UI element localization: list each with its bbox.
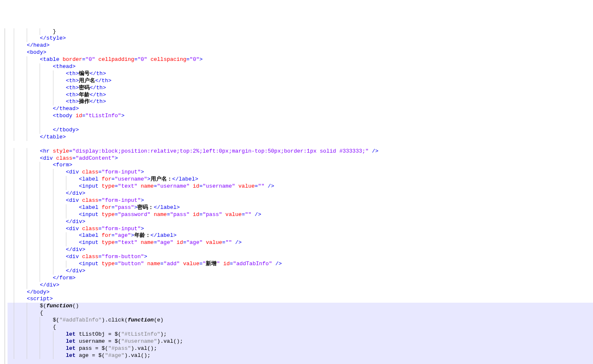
code-line[interactable]: <th>年龄</th> [8, 92, 593, 99]
indent-guide [53, 183, 66, 190]
indent-guide [40, 105, 53, 113]
indent-guide [14, 275, 27, 282]
code-line[interactable]: <body> [8, 49, 593, 56]
code-line[interactable]: <th>密码</th> [8, 85, 593, 92]
code-token: cellpadding [98, 56, 134, 63]
code-token: = [242, 211, 245, 218]
code-token: 年龄： [134, 232, 151, 238]
code-token: value [206, 239, 222, 246]
code-token: class [82, 197, 98, 203]
code-line[interactable]: <input type="password" name="pass" id="p… [8, 211, 593, 218]
code-line[interactable]: <th>操作</th> [8, 98, 593, 105]
indent-guide [53, 197, 66, 204]
code-token: <div [66, 254, 82, 260]
code-token: > [121, 113, 124, 119]
code-line[interactable]: </div> [8, 246, 593, 254]
indent-guide [14, 211, 27, 218]
code-line[interactable]: <script> [8, 296, 593, 303]
indent-guide [14, 324, 27, 331]
code-line[interactable]: <input type="text" name="age" id="age" v… [8, 239, 593, 246]
code-line[interactable]: </body> [8, 289, 593, 296]
code-line[interactable]: let pass = $("#pass").val(); [8, 345, 593, 352]
code-token: let [66, 331, 76, 337]
code-token: /> [252, 211, 261, 218]
indent-guide [53, 261, 66, 268]
code-token: <div [66, 197, 82, 203]
code-token: "0" [137, 56, 147, 63]
code-line[interactable]: <form> [8, 162, 593, 169]
code-token: "username" [202, 183, 235, 189]
indent-guide [27, 78, 40, 85]
indent-guide [27, 303, 40, 310]
indent-guide [40, 232, 53, 239]
code-line[interactable] [8, 359, 593, 364]
code-line[interactable]: { [8, 310, 593, 317]
code-line[interactable]: <label for="pass">密码：</label> [8, 204, 593, 211]
code-line[interactable]: $(function() [8, 303, 593, 310]
code-line[interactable]: <label for="age">年龄：</label> [8, 232, 593, 239]
indent-guide [40, 169, 53, 176]
indent-guide [14, 289, 27, 296]
code-line[interactable]: </head> [8, 42, 593, 49]
indent-guide [40, 204, 53, 211]
code-token: <input [79, 183, 102, 189]
indent-guide [27, 282, 40, 289]
code-line[interactable]: let username = $("#username").val(); [8, 338, 593, 345]
code-token: /> [368, 148, 378, 154]
code-token: cellspacing [151, 56, 187, 63]
code-line[interactable]: <div class="form-input"> [8, 197, 593, 204]
code-line[interactable]: <th>编号</th> [8, 70, 593, 78]
code-token: </div> [66, 218, 86, 225]
code-line[interactable]: <th>用户名</th> [8, 78, 593, 85]
code-token: </label> [151, 232, 177, 238]
code-line[interactable]: <div class="form-input"> [8, 226, 593, 233]
code-token: ).val(); [131, 345, 157, 351]
code-line[interactable]: <tbody id="tListInfo"> [8, 113, 593, 120]
code-line[interactable]: </style> [8, 35, 593, 42]
code-line[interactable]: <table border="0" cellpadding="0" cellsp… [8, 56, 593, 63]
code-line[interactable]: } [8, 28, 593, 35]
code-line[interactable]: </div> [8, 218, 593, 226]
indent-guide [40, 176, 53, 183]
code-token: </head> [27, 42, 50, 48]
code-token: <div [40, 155, 56, 161]
code-token: /> [272, 261, 282, 267]
code-line[interactable]: </div> [8, 282, 593, 289]
indent-guide [53, 218, 66, 226]
code-token: name [141, 239, 154, 246]
indent-guide [27, 190, 40, 197]
code-line[interactable]: <div class="addContent"> [8, 155, 593, 162]
indent-guide [14, 204, 27, 211]
indent-guide [40, 338, 53, 345]
code-line[interactable]: </tbody> [8, 127, 593, 134]
code-line[interactable]: <input type="text" name="username" id="u… [8, 183, 593, 190]
indent-guide [14, 282, 27, 289]
indent-guide [66, 176, 79, 183]
code-line[interactable]: </div> [8, 190, 593, 197]
code-line[interactable]: </table> [8, 134, 593, 141]
code-token [180, 261, 183, 267]
code-token: <th> [66, 78, 79, 84]
code-line[interactable] [8, 141, 593, 148]
code-content[interactable]: } </style> </head> <body> <table border=… [8, 28, 593, 364]
code-line[interactable]: let tListObj = $("#tListInfo"); [8, 331, 593, 338]
indent-guide [27, 35, 40, 42]
code-line[interactable]: <div class="form-button"> [8, 254, 593, 261]
code-line[interactable]: $("#addTabInfo").click(function(e) [8, 317, 593, 324]
code-line[interactable]: </thead> [8, 105, 593, 113]
code-line[interactable]: </form> [8, 275, 593, 282]
code-line[interactable]: let age = $("#age").val(); [8, 352, 593, 359]
code-line[interactable]: <input type="button" name="add" value="新… [8, 261, 593, 268]
code-line[interactable]: </div> [8, 268, 593, 275]
indent-guide [27, 239, 40, 246]
code-line[interactable]: <label for="username">用户名：</label> [8, 176, 593, 183]
code-line[interactable] [8, 120, 593, 127]
indent-guide [14, 246, 27, 254]
code-line[interactable]: <hr style="display:block;position:relati… [8, 148, 593, 155]
code-line[interactable]: { [8, 324, 593, 331]
indent-guide [66, 232, 79, 239]
code-token [189, 211, 193, 218]
indent-guide [14, 70, 27, 78]
code-line[interactable]: <div class="form-input"> [8, 169, 593, 176]
code-line[interactable]: <thead> [8, 63, 593, 70]
